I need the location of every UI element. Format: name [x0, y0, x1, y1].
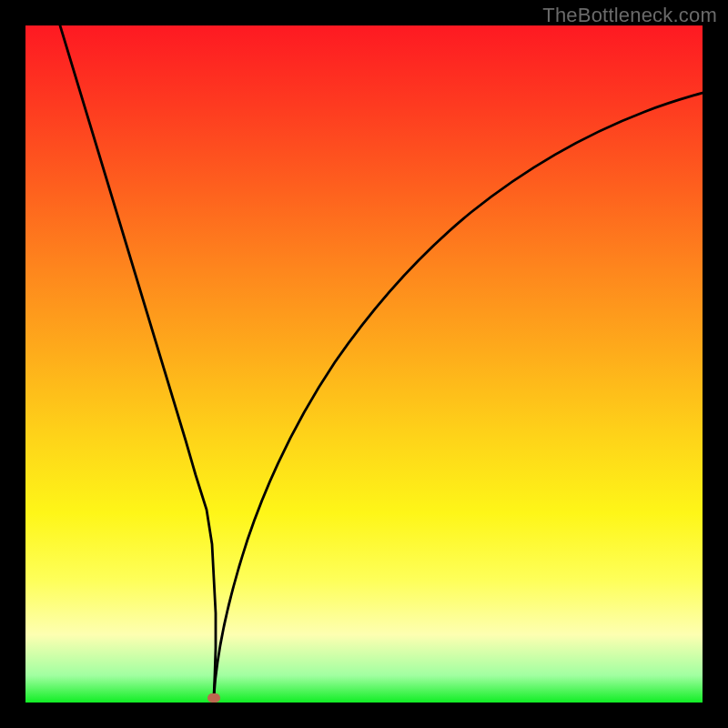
chart-frame [0, 0, 728, 728]
watermark-text: TheBottleneck.com [542, 4, 717, 27]
